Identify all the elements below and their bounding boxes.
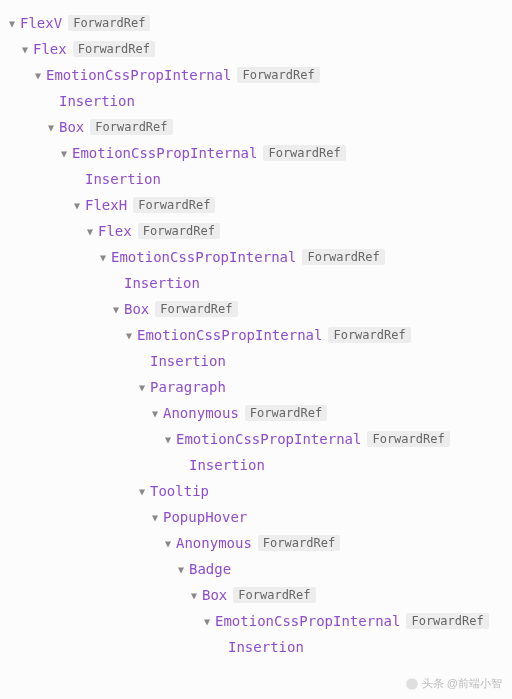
forward-ref-badge: ForwardRef bbox=[263, 145, 345, 161]
component-name[interactable]: EmotionCssPropInternal bbox=[176, 431, 361, 447]
component-name[interactable]: PopupHover bbox=[163, 509, 247, 525]
component-name[interactable]: EmotionCssPropInternal bbox=[72, 145, 257, 161]
expand-arrow-icon[interactable] bbox=[149, 512, 161, 523]
expand-arrow-icon[interactable] bbox=[58, 148, 70, 159]
component-name[interactable]: EmotionCssPropInternal bbox=[111, 249, 296, 265]
expand-arrow-icon[interactable] bbox=[32, 70, 44, 81]
tree-row[interactable]: EmotionCssPropInternalForwardRef bbox=[6, 244, 512, 270]
forward-ref-badge: ForwardRef bbox=[245, 405, 327, 421]
tree-row[interactable]: FlexVForwardRef bbox=[6, 10, 512, 36]
tree-row[interactable]: PopupHover bbox=[6, 504, 512, 530]
forward-ref-badge: ForwardRef bbox=[258, 535, 340, 551]
forward-ref-badge: ForwardRef bbox=[68, 15, 150, 31]
tree-row[interactable]: FlexHForwardRef bbox=[6, 192, 512, 218]
component-name[interactable]: Flex bbox=[33, 41, 67, 57]
component-name[interactable]: Insertion bbox=[189, 457, 265, 473]
tree-row[interactable]: FlexForwardRef bbox=[6, 218, 512, 244]
watermark-prefix: 头条 bbox=[422, 677, 444, 689]
tree-row[interactable]: AnonymousForwardRef bbox=[6, 530, 512, 556]
expand-arrow-icon[interactable] bbox=[110, 304, 122, 315]
component-name[interactable]: Box bbox=[124, 301, 149, 317]
expand-arrow-icon[interactable] bbox=[162, 538, 174, 549]
expand-arrow-icon[interactable] bbox=[175, 564, 187, 575]
tree-row[interactable]: EmotionCssPropInternalForwardRef bbox=[6, 426, 512, 452]
tree-row[interactable]: FlexForwardRef bbox=[6, 36, 512, 62]
expand-arrow-icon[interactable] bbox=[71, 200, 83, 211]
component-name[interactable]: Insertion bbox=[59, 93, 135, 109]
forward-ref-badge: ForwardRef bbox=[237, 67, 319, 83]
forward-ref-badge: ForwardRef bbox=[133, 197, 215, 213]
tree-row[interactable]: Insertion bbox=[6, 634, 512, 660]
expand-arrow-icon[interactable] bbox=[84, 226, 96, 237]
component-name[interactable]: EmotionCssPropInternal bbox=[46, 67, 231, 83]
tree-row[interactable]: EmotionCssPropInternalForwardRef bbox=[6, 322, 512, 348]
watermark-icon bbox=[405, 677, 422, 689]
component-name[interactable]: Anonymous bbox=[176, 535, 252, 551]
expand-arrow-icon[interactable] bbox=[162, 434, 174, 445]
expand-arrow-icon[interactable] bbox=[6, 18, 18, 29]
expand-arrow-icon[interactable] bbox=[19, 44, 31, 55]
tree-row[interactable]: BoxForwardRef bbox=[6, 114, 512, 140]
tree-row[interactable]: Tooltip bbox=[6, 478, 512, 504]
component-name[interactable]: Badge bbox=[189, 561, 231, 577]
expand-arrow-icon[interactable] bbox=[149, 408, 161, 419]
forward-ref-badge: ForwardRef bbox=[302, 249, 384, 265]
tree-row[interactable]: Badge bbox=[6, 556, 512, 582]
component-name[interactable]: Insertion bbox=[124, 275, 200, 291]
component-name[interactable]: Insertion bbox=[228, 639, 304, 655]
expand-arrow-icon[interactable] bbox=[188, 590, 200, 601]
forward-ref-badge: ForwardRef bbox=[73, 41, 155, 57]
component-name[interactable]: FlexV bbox=[20, 15, 62, 31]
component-name[interactable]: Flex bbox=[98, 223, 132, 239]
forward-ref-badge: ForwardRef bbox=[138, 223, 220, 239]
forward-ref-badge: ForwardRef bbox=[155, 301, 237, 317]
component-name[interactable]: Paragraph bbox=[150, 379, 226, 395]
tree-row[interactable]: Insertion bbox=[6, 452, 512, 478]
component-name[interactable]: Insertion bbox=[85, 171, 161, 187]
tree-row[interactable]: EmotionCssPropInternalForwardRef bbox=[6, 608, 512, 634]
component-name[interactable]: FlexH bbox=[85, 197, 127, 213]
forward-ref-badge: ForwardRef bbox=[406, 613, 488, 629]
component-name[interactable]: Box bbox=[59, 119, 84, 135]
watermark: 头条 @前端小智 bbox=[405, 676, 502, 691]
tree-row[interactable]: Insertion bbox=[6, 270, 512, 296]
component-name[interactable]: Tooltip bbox=[150, 483, 209, 499]
tree-row[interactable]: BoxForwardRef bbox=[6, 582, 512, 608]
component-tree: FlexVForwardRefFlexForwardRefEmotionCssP… bbox=[6, 10, 512, 660]
watermark-site: @前端小智 bbox=[447, 677, 502, 689]
tree-row[interactable]: BoxForwardRef bbox=[6, 296, 512, 322]
forward-ref-badge: ForwardRef bbox=[328, 327, 410, 343]
tree-row[interactable]: Insertion bbox=[6, 348, 512, 374]
component-name[interactable]: Anonymous bbox=[163, 405, 239, 421]
forward-ref-badge: ForwardRef bbox=[233, 587, 315, 603]
expand-arrow-icon[interactable] bbox=[45, 122, 57, 133]
expand-arrow-icon[interactable] bbox=[136, 382, 148, 393]
tree-row[interactable]: Insertion bbox=[6, 166, 512, 192]
tree-row[interactable]: Paragraph bbox=[6, 374, 512, 400]
tree-row[interactable]: EmotionCssPropInternalForwardRef bbox=[6, 140, 512, 166]
expand-arrow-icon[interactable] bbox=[136, 486, 148, 497]
component-name[interactable]: Insertion bbox=[150, 353, 226, 369]
expand-arrow-icon[interactable] bbox=[201, 616, 213, 627]
tree-row[interactable]: Insertion bbox=[6, 88, 512, 114]
forward-ref-badge: ForwardRef bbox=[367, 431, 449, 447]
tree-row[interactable]: EmotionCssPropInternalForwardRef bbox=[6, 62, 512, 88]
component-name[interactable]: Box bbox=[202, 587, 227, 603]
expand-arrow-icon[interactable] bbox=[97, 252, 109, 263]
svg-point-0 bbox=[406, 678, 418, 690]
tree-row[interactable]: AnonymousForwardRef bbox=[6, 400, 512, 426]
component-name[interactable]: EmotionCssPropInternal bbox=[215, 613, 400, 629]
expand-arrow-icon[interactable] bbox=[123, 330, 135, 341]
component-name[interactable]: EmotionCssPropInternal bbox=[137, 327, 322, 343]
forward-ref-badge: ForwardRef bbox=[90, 119, 172, 135]
